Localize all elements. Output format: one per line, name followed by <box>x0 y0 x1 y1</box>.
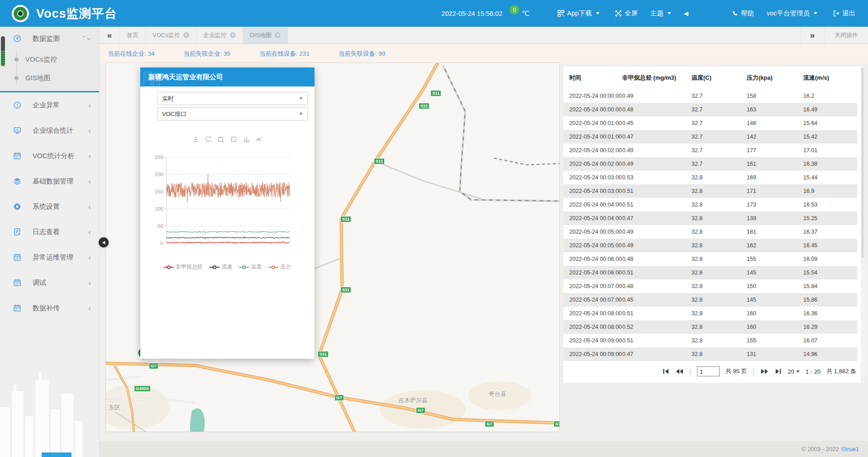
table-cell: 16.37 <box>803 225 857 239</box>
data-zoom-icon[interactable] <box>217 135 225 143</box>
sidebar-item-label: 数据监测 <box>33 34 60 43</box>
sidebar-item-调试[interactable]: 调试‹ <box>0 270 99 295</box>
data-view-icon[interactable] <box>230 135 238 143</box>
temperature-badge: 0 <box>510 5 519 14</box>
time-value: 2022-05-24 00:03:00 <box>569 174 626 181</box>
table-cell: 0.51 <box>622 198 692 212</box>
table-cell: 32.8 <box>692 307 747 320</box>
table-cell: 16.53 <box>803 198 857 212</box>
outlet-select[interactable]: VOC排口 <box>157 107 308 120</box>
sidebar-item-数据监测[interactable]: 数据监测› <box>0 27 99 50</box>
tab-GIS地图[interactable]: GIS地图× <box>243 27 288 43</box>
time-value: 2022-05-24 00:05:00 <box>569 242 626 249</box>
sidebar-item-基础数据管理[interactable]: 基础数据管理‹ <box>0 168 99 194</box>
tab-items: 首页VOCs监控×企业监控×GIS地图× <box>119 27 288 43</box>
tab-首页[interactable]: 首页 <box>119 27 146 43</box>
save-image-icon[interactable] <box>192 135 200 143</box>
sidebar-item-VOCs监控[interactable]: VOCs监控 <box>0 50 99 69</box>
row-range-label: 1 - 20 <box>806 368 820 375</box>
table-row: 2022-05-24 00:01:000.4732.714215.42 <box>563 130 857 144</box>
bar-chart-icon[interactable] <box>243 135 250 143</box>
time-value: 2022-05-24 00:01:00 <box>569 134 626 140</box>
prev-page-button[interactable] <box>675 368 683 375</box>
legend-item-非甲烷总烃[interactable]: 非甲烷总烃 <box>164 263 203 271</box>
fullscreen-button[interactable]: 全屏 <box>615 9 638 18</box>
table-cell: 2022-05-24 00:02:00 <box>563 157 622 171</box>
next-page-button[interactable] <box>761 368 769 375</box>
table-cell: 15.25 <box>803 212 857 225</box>
line-chart-icon[interactable] <box>255 135 263 143</box>
gis-map[interactable]: S11S11S11S11S11S11G7G7G7G7G7G3003吉木萨尔县奇台… <box>105 63 560 432</box>
table-cell: 15.54 <box>803 266 857 279</box>
logout-button[interactable]: 退出 <box>833 9 855 18</box>
bullet-icon <box>14 76 19 80</box>
table-row: 2022-05-24 00:05:000.4932.818116.37 <box>563 225 857 239</box>
sidebar-item-日志查看[interactable]: 日志查看‹ <box>0 219 99 245</box>
sidebar-item-企业综合统计[interactable]: 企业综合统计‹ <box>0 118 99 143</box>
restore-icon[interactable] <box>205 135 212 143</box>
table-cell: 160 <box>747 320 803 334</box>
sidebar-item-GIS地图[interactable]: GIS地图 <box>0 69 99 87</box>
close-tab-icon[interactable]: × <box>275 32 281 38</box>
page-number-input[interactable] <box>697 366 720 376</box>
road-badge-S11: S11 <box>340 287 351 293</box>
close-tab-icon[interactable]: × <box>183 32 189 38</box>
tab-VOCs监控[interactable]: VOCs监控× <box>146 27 196 43</box>
qr-code-icon <box>558 10 564 17</box>
svg-text:200: 200 <box>155 172 163 177</box>
sidebar-item-异常运维管理[interactable]: 异常运维管理‹ <box>0 245 99 270</box>
table-cell: 181 <box>747 225 803 239</box>
close-operations-menu[interactable]: 关闭操作 <box>824 27 868 43</box>
table-row: 2022-05-24 00:07:000.4532.814515.86 <box>563 293 857 307</box>
table-cell: 0.49 <box>622 225 692 239</box>
pager-separator: | <box>753 368 755 375</box>
table-cell: 0.48 <box>622 252 692 266</box>
table-header-row: 时间非甲烷总烃 (mg/m3)温度(C)压力(kpa)流速(m/s) <box>563 67 857 89</box>
sidebar-collapse-button[interactable]: ◀ <box>99 237 109 247</box>
tab-企业监控[interactable]: 企业监控× <box>196 27 243 43</box>
table-cell: 32.8 <box>692 171 747 184</box>
theme-menu[interactable]: 主题 <box>650 9 671 18</box>
column-header: 压力(kpa) <box>747 67 803 89</box>
sidebar-item-系统设置[interactable]: 系统设置‹ <box>0 194 99 219</box>
table-cell: 2022-05-24 00:04:00 <box>563 212 622 225</box>
time-mode-select[interactable]: 实时 <box>157 92 308 105</box>
table-row: 2022-05-24 00:04:000.4732.813915.25 <box>563 212 857 225</box>
svg-text:0: 0 <box>161 241 163 246</box>
logout-label: 退出 <box>842 9 855 18</box>
sidebar-item-VOC统计分析[interactable]: VOC统计分析‹ <box>0 143 99 168</box>
sound-mute-button[interactable]: ◀ <box>684 10 688 17</box>
tabs-scroll-right-button[interactable]: » <box>801 30 824 40</box>
sidebar-item-企业异常[interactable]: 企业异常‹ <box>0 92 99 118</box>
sidebar-subitem-label: GIS地图 <box>25 74 51 82</box>
svg-text:100: 100 <box>155 206 163 212</box>
tabs-scroll-left-button[interactable]: « <box>100 27 119 43</box>
svg-text:50: 50 <box>157 223 163 229</box>
last-page-button[interactable] <box>775 368 782 375</box>
sidebar-menu: 数据监测›VOCs监控GIS地图企业异常‹企业综合统计‹VOC统计分析‹基础数据… <box>0 27 99 321</box>
page-size-select[interactable]: 20 <box>788 368 800 375</box>
user-menu[interactable]: voc平台管理员 <box>767 9 817 18</box>
legend-item-流速[interactable]: 流速 <box>210 263 232 271</box>
first-page-button[interactable] <box>662 368 669 375</box>
table-cell: 32.7 <box>692 130 747 144</box>
table-cell: 0.47 <box>622 212 692 225</box>
table-cell: 0.45 <box>622 116 692 130</box>
table-cell: 16.29 <box>803 320 857 334</box>
chevron-left-icon: ‹ <box>88 178 91 185</box>
sidebar-item-数据补传[interactable]: 数据补传‹ <box>0 295 99 321</box>
gauge-icon <box>13 34 22 43</box>
table-cell: 32.8 <box>692 252 747 266</box>
table-cell: 2022-05-24 00:06:00 <box>563 252 622 266</box>
app-download-menu[interactable]: App下载 <box>558 9 600 18</box>
table-row: 2022-05-24 00:04:000.5132.817316.53 <box>563 198 857 212</box>
chevron-left-icon: ◀ <box>102 240 105 245</box>
table-cell: 0.48 <box>622 103 692 116</box>
legend-item-温度[interactable]: 温度 <box>239 263 262 271</box>
user-label: voc平台管理员 <box>767 9 810 18</box>
table-scrollbar[interactable] <box>861 67 864 383</box>
legend-item-压力[interactable]: 压力 <box>268 263 291 271</box>
help-button[interactable]: 帮助 <box>732 9 754 18</box>
close-tab-icon[interactable]: × <box>230 32 236 38</box>
brand-link[interactable]: ©true1 <box>841 446 859 452</box>
